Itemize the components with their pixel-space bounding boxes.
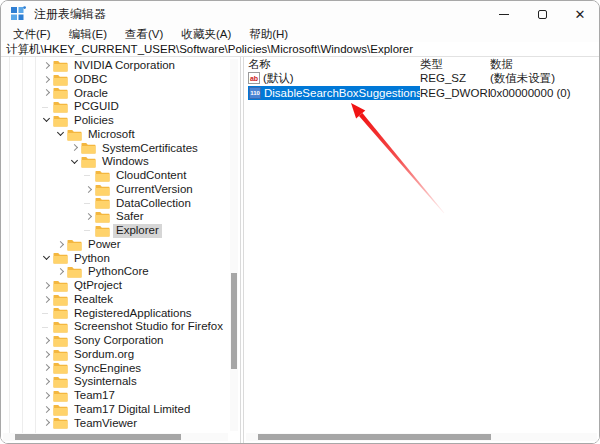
value-name[interactable]: (默认) (263, 71, 294, 86)
chevron-right-icon[interactable] (41, 390, 52, 401)
tree-item-label[interactable]: PCGUID (71, 100, 122, 114)
column-header-data[interactable]: 数据 (490, 57, 599, 71)
tree-item-label[interactable]: Policies (71, 114, 117, 128)
tree-item-label[interactable]: CloudContent (113, 169, 189, 183)
tree-item[interactable]: Safer (1, 210, 228, 224)
chevron-right-icon[interactable] (41, 335, 52, 346)
tree-item-label[interactable]: PythonCore (85, 265, 152, 279)
tree-item-label[interactable]: QtProject (71, 279, 125, 293)
chevron-right-icon[interactable] (41, 404, 52, 415)
tree-horizontal-scrollbar-thumb[interactable] (15, 434, 181, 440)
tree-item[interactable]: DataCollection (1, 197, 228, 211)
menu-view[interactable]: 查看(V) (116, 27, 172, 42)
tree-item-label[interactable]: Oracle (71, 87, 111, 101)
value-name[interactable]: DisableSearchBoxSuggestions (264, 86, 420, 101)
tree-horizontal-scrollbar[interactable] (3, 433, 228, 441)
tree-item[interactable]: Explorer (1, 224, 228, 238)
chevron-right-icon[interactable] (41, 363, 52, 374)
tree-item[interactable]: PCGUID (1, 100, 228, 114)
tree-item-label[interactable]: Sysinternals (71, 375, 140, 389)
menu-edit[interactable]: 编辑(E) (60, 27, 116, 42)
menu-favorites[interactable]: 收藏夹(A) (172, 27, 240, 42)
address-bar[interactable]: 计算机\HKEY_CURRENT_USER\Software\Policies\… (1, 42, 599, 57)
tree-item[interactable]: Windows (1, 155, 228, 169)
tree-item-label[interactable]: Power (85, 238, 124, 252)
chevron-right-icon[interactable] (41, 349, 52, 360)
chevron-down-icon[interactable] (41, 115, 52, 126)
tree-item[interactable]: CloudContent (1, 169, 228, 183)
chevron-right-icon[interactable] (55, 239, 66, 250)
tree-item-label[interactable]: Team17 (71, 389, 118, 403)
column-header-name[interactable]: 名称 (248, 57, 420, 71)
leaf-dash-icon[interactable] (41, 308, 52, 319)
tree-vertical-scrollbar-thumb[interactable] (231, 273, 237, 369)
tree-item[interactable]: TeamViewer (1, 417, 228, 431)
tree-item-label[interactable]: SystemCertificates (99, 142, 201, 156)
tree-item-label[interactable]: RegisteredApplications (71, 307, 195, 321)
tree-item[interactable]: PythonCore (1, 265, 228, 279)
value-row[interactable]: ab(默认)REG_SZ(数值未设置) (244, 71, 599, 86)
chevron-right-icon[interactable] (41, 377, 52, 388)
leaf-dash-icon[interactable] (83, 198, 94, 209)
chevron-right-icon[interactable] (41, 60, 52, 71)
tree-item[interactable]: Sony Corporation (1, 334, 228, 348)
tree-item-label[interactable]: CurrentVersion (113, 183, 196, 197)
tree-item-label[interactable]: Microsoft (85, 128, 138, 142)
chevron-right-icon[interactable] (55, 267, 66, 278)
tree-item-label[interactable]: NVIDIA Corporation (71, 59, 178, 73)
column-header-type[interactable]: 类型 (420, 57, 490, 71)
list-horizontal-scrollbar[interactable] (246, 433, 597, 441)
chevron-down-icon[interactable] (69, 157, 80, 168)
tree-item-label[interactable]: Explorer (113, 224, 162, 238)
menu-file[interactable]: 文件(F) (4, 27, 60, 42)
leaf-dash-icon[interactable] (41, 322, 52, 333)
tree-item-label[interactable]: ODBC (71, 73, 110, 87)
chevron-right-icon[interactable] (41, 294, 52, 305)
minimize-button[interactable] (485, 1, 523, 27)
tree-item[interactable]: Sordum.org (1, 348, 228, 362)
tree-item-label[interactable]: Safer (113, 210, 147, 224)
tree-vertical-scrollbar[interactable] (230, 59, 238, 431)
tree-item-label[interactable]: Windows (99, 155, 152, 169)
tree-item-label[interactable]: Realtek (71, 293, 116, 307)
tree-item[interactable]: RegisteredApplications (1, 307, 228, 321)
tree-item[interactable]: Screenshot Studio for Firefox (1, 320, 228, 334)
tree-item-label[interactable]: DataCollection (113, 197, 194, 211)
tree-item[interactable]: Policies (1, 114, 228, 128)
chevron-down-icon[interactable] (55, 129, 66, 140)
tree-item[interactable]: CurrentVersion (1, 183, 228, 197)
chevron-right-icon[interactable] (41, 74, 52, 85)
tree-item[interactable]: Microsoft (1, 128, 228, 142)
tree-item-label[interactable]: Sordum.org (71, 348, 137, 362)
tree-item-label[interactable]: TeamViewer (71, 417, 140, 431)
tree-item[interactable]: Power (1, 238, 228, 252)
tree-item[interactable]: NVIDIA Corporation (1, 59, 228, 73)
tree-item[interactable]: Realtek (1, 293, 228, 307)
maximize-button[interactable] (523, 1, 561, 27)
tree-item[interactable]: ODBC (1, 73, 228, 87)
tree-item-label[interactable]: SyncEngines (71, 362, 144, 376)
chevron-right-icon[interactable] (41, 88, 52, 99)
leaf-dash-icon[interactable] (83, 225, 94, 236)
chevron-right-icon[interactable] (69, 143, 80, 154)
chevron-right-icon[interactable] (41, 418, 52, 429)
tree-item-label[interactable]: Team17 Digital Limited (71, 403, 193, 417)
chevron-right-icon[interactable] (41, 280, 52, 291)
tree-item-label[interactable]: Screenshot Studio for Firefox (71, 320, 226, 334)
selected-value-highlight[interactable]: 110DisableSearchBoxSuggestions (248, 86, 420, 101)
chevron-right-icon[interactable] (83, 212, 94, 223)
value-row[interactable]: 110DisableSearchBoxSuggestionsREG_DWORD0… (244, 86, 599, 101)
tree-item[interactable]: Team17 (1, 389, 228, 403)
tree-item[interactable]: Team17 Digital Limited (1, 403, 228, 417)
tree-item-label[interactable]: Sony Corporation (71, 334, 167, 348)
tree-item[interactable]: Python (1, 252, 228, 266)
close-button[interactable]: ✕ (561, 1, 599, 27)
leaf-dash-icon[interactable] (83, 170, 94, 181)
tree-item[interactable]: SyncEngines (1, 362, 228, 376)
list-horizontal-scrollbar-thumb[interactable] (258, 434, 491, 440)
chevron-down-icon[interactable] (41, 253, 52, 264)
tree-item[interactable]: Oracle (1, 87, 228, 101)
tree-item[interactable]: QtProject (1, 279, 228, 293)
tree-item[interactable]: Sysinternals (1, 375, 228, 389)
menu-help[interactable]: 帮助(H) (240, 27, 297, 42)
